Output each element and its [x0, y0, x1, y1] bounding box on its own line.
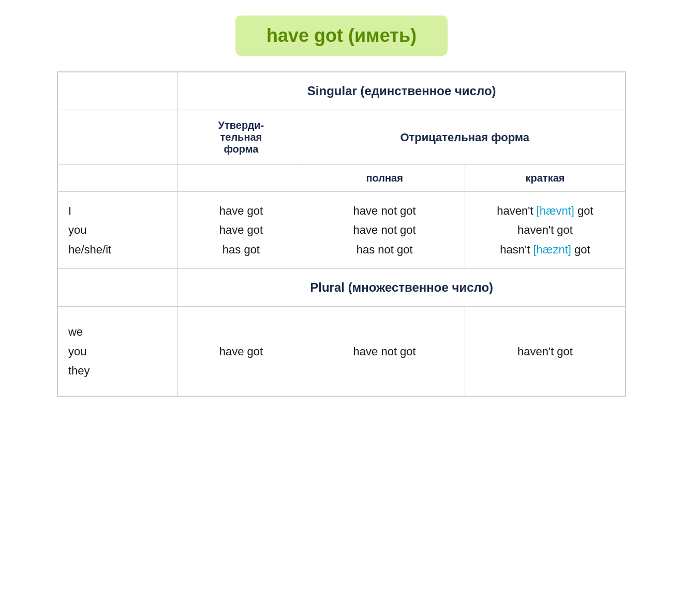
phonetic-haznt: [hæznt]	[533, 243, 571, 256]
plural-positive-cell: have got	[178, 307, 304, 397]
negative-subheader-row: полная краткая	[57, 165, 626, 192]
plural-negative-short-cell: haven't got	[465, 307, 626, 397]
singular-pronoun-cell: Iyouhe/she/it	[57, 192, 178, 269]
pronoun-header-empty	[57, 110, 178, 165]
plural-empty-cell	[57, 269, 178, 307]
singular-positive-cell: have gothave gothas got	[178, 192, 304, 269]
page-container: have got (иметь) Singular (единственное …	[57, 16, 626, 397]
column-headers-row: Утверди-тельнаяформа Отрицательная форма	[57, 110, 626, 165]
sub-empty	[57, 165, 178, 192]
positive-header: Утверди-тельнаяформа	[178, 110, 304, 165]
plural-header-row: Plural (множественное число)	[57, 269, 626, 307]
title-badge: have got (иметь)	[235, 16, 448, 56]
main-table: Singular (единственное число) Утверди-те…	[57, 71, 626, 397]
plural-negative-full-cell: have not got	[304, 307, 465, 397]
title-text: have got (иметь)	[266, 25, 417, 46]
singular-negative-short-cell: haven't [hævnt] got haven't got hasn't […	[465, 192, 626, 269]
plural-data-row: weyouthey have got have not got haven't …	[57, 307, 626, 397]
negative-header: Отрицательная форма	[304, 110, 626, 165]
singular-header-cell: Singular (единственное число)	[178, 72, 626, 110]
sub-positive-empty	[178, 165, 304, 192]
singular-header-row: Singular (единственное число)	[57, 72, 626, 110]
singular-empty-cell	[57, 72, 178, 110]
full-subheader: полная	[304, 165, 465, 192]
plural-header-cell: Plural (множественное число)	[178, 269, 626, 307]
phonetic-havnt: [hævnt]	[537, 204, 574, 217]
singular-data-row: Iyouhe/she/it have gothave gothas got ha…	[57, 192, 626, 269]
positive-header-text: Утверди-тельнаяформа	[218, 119, 264, 155]
singular-negative-full-cell: have not gothave not gothas not got	[304, 192, 465, 269]
short-subheader: краткая	[465, 165, 626, 192]
plural-pronoun-cell: weyouthey	[57, 307, 178, 397]
